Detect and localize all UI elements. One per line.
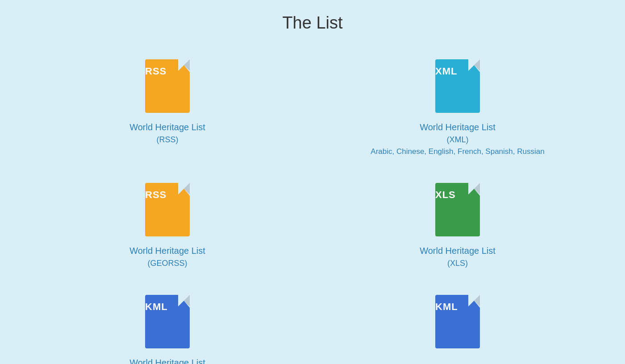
xls-file-icon[interactable]: XLS: [435, 183, 480, 236]
georss-title-line2: (GEORSS): [147, 259, 187, 268]
cell-kml-left: KML World Heritage List (KML): [22, 286, 312, 364]
cell-georss: RSS World Heritage List (GEORSS): [22, 174, 312, 286]
georss-file-icon[interactable]: RSS: [145, 183, 190, 236]
kml-description: KML layer including key information on t…: [337, 361, 578, 364]
xls-title-line1: World Heritage List: [420, 244, 496, 257]
page-title: The List: [0, 0, 625, 50]
xml-languages: Arabic, Chinese, English, French, Spanis…: [371, 147, 544, 156]
file-grid: RSS World Heritage List (RSS) XML World …: [22, 50, 603, 364]
xml-file-icon[interactable]: XML: [435, 59, 480, 113]
xml-title-line1: World Heritage List: [420, 121, 496, 133]
rss-title-line1: World Heritage List: [129, 121, 205, 133]
cell-xml: XML World Heritage List (XML) Arabic, Ch…: [312, 50, 603, 174]
rss-file-icon[interactable]: RSS: [145, 59, 190, 113]
xls-title-line2: (XLS): [447, 259, 468, 268]
xml-title-line2: (XML): [447, 135, 469, 145]
georss-title-line1: World Heritage List: [129, 244, 205, 257]
kml-left-file-icon[interactable]: KML: [145, 295, 190, 348]
cell-rss: RSS World Heritage List (RSS): [22, 50, 312, 174]
kml-left-title-line1: World Heritage List: [129, 356, 205, 364]
cell-xls: XLS World Heritage List (XLS): [312, 174, 603, 286]
kml-right-file-icon[interactable]: KML: [435, 295, 480, 348]
rss-title-line2: (RSS): [157, 135, 179, 145]
cell-kml-right: KML KML layer including key information …: [312, 286, 603, 364]
